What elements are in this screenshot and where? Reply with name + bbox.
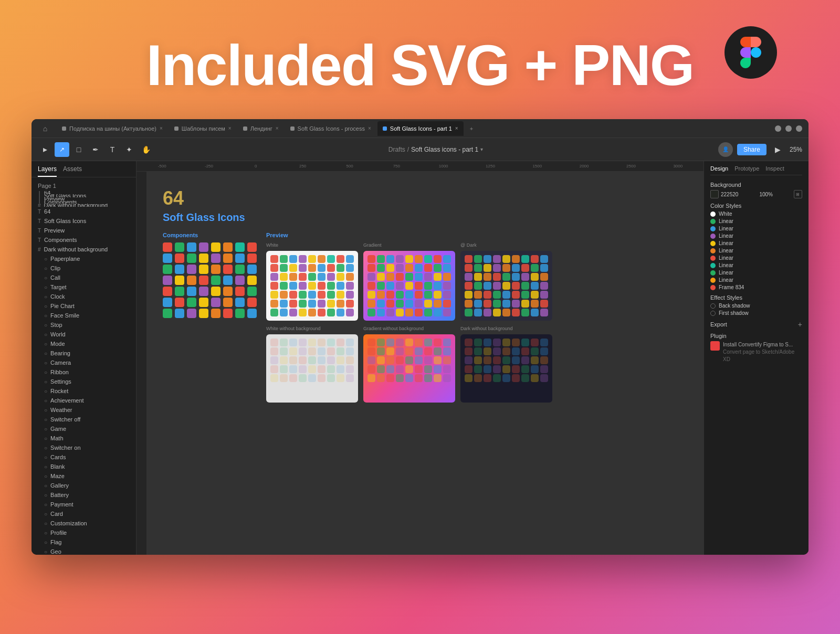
layer-item[interactable]: ○Achievement (32, 396, 136, 405)
icon-cell[interactable] (235, 309, 245, 318)
icon-cell[interactable] (235, 287, 245, 296)
icon-cell[interactable] (235, 242, 245, 252)
icon-cell[interactable] (424, 339, 432, 346)
icon-cell[interactable] (465, 273, 472, 281)
icon-cell[interactable] (270, 291, 278, 299)
maximize-button[interactable]: □ (785, 125, 792, 132)
icon-cell[interactable] (512, 374, 520, 382)
icon-cell[interactable] (443, 365, 451, 373)
icon-cell[interactable] (386, 300, 394, 308)
icon-cell[interactable] (377, 273, 385, 281)
icon-cell[interactable] (424, 282, 432, 290)
icon-cell[interactable] (211, 253, 220, 263)
color-style-item[interactable]: Linear (710, 255, 802, 261)
tab-add[interactable]: + (465, 121, 478, 136)
icon-cell[interactable] (396, 282, 404, 290)
icon-cell[interactable] (521, 365, 529, 373)
color-style-item[interactable]: Linear (710, 226, 802, 231)
layer-item[interactable]: ○Game (32, 424, 136, 434)
icon-cell[interactable] (512, 309, 520, 316)
icon-cell[interactable] (396, 264, 404, 272)
color-style-item[interactable]: Linear (710, 233, 802, 239)
icon-cell[interactable] (502, 347, 510, 355)
icon-cell[interactable] (465, 300, 472, 308)
icon-cell[interactable] (493, 347, 501, 355)
icon-cell[interactable] (368, 365, 375, 373)
icon-cell[interactable] (247, 309, 257, 318)
icon-cell[interactable] (270, 273, 278, 281)
icon-cell[interactable] (346, 300, 354, 308)
icon-cell[interactable] (377, 255, 385, 263)
icon-cell[interactable] (327, 264, 335, 272)
icon-cell[interactable] (337, 255, 344, 263)
icon-cell[interactable] (484, 339, 491, 346)
icon-cell[interactable] (540, 374, 548, 382)
icon-cell[interactable] (386, 356, 394, 364)
icon-cell[interactable] (175, 276, 184, 285)
icon-cell[interactable] (493, 291, 501, 299)
layer-item[interactable]: ○Profile (32, 528, 136, 537)
icon-cell[interactable] (434, 282, 442, 290)
icon-cell[interactable] (308, 255, 316, 263)
layer-item[interactable]: ○Payment (32, 500, 136, 509)
icon-cell[interactable] (512, 300, 520, 308)
layer-item[interactable]: ○Switcher on (32, 443, 136, 452)
icon-cell[interactable] (465, 365, 472, 373)
icon-cell[interactable] (512, 365, 520, 373)
layer-item[interactable]: TComponents (32, 235, 136, 245)
icon-cell[interactable] (163, 287, 172, 296)
icon-cell[interactable] (540, 291, 548, 299)
icon-cell[interactable] (443, 300, 451, 308)
icon-cell[interactable] (443, 273, 451, 281)
icon-cell[interactable] (405, 255, 413, 263)
icon-cell[interactable] (531, 282, 539, 290)
icon-cell[interactable] (531, 291, 539, 299)
icon-cell[interactable] (531, 255, 539, 263)
icon-cell[interactable] (368, 347, 375, 355)
frame-tool[interactable]: ↗ (55, 142, 69, 157)
icon-cell[interactable] (308, 291, 316, 299)
icon-cell[interactable] (327, 356, 335, 364)
icon-cell[interactable] (308, 339, 316, 346)
icon-cell[interactable] (270, 347, 278, 355)
icon-cell[interactable] (270, 300, 278, 308)
icon-cell[interactable] (434, 255, 442, 263)
icon-cell[interactable] (531, 365, 539, 373)
icon-cell[interactable] (540, 282, 548, 290)
inspect-tab[interactable]: Inspect (765, 165, 784, 172)
icon-cell[interactable] (199, 287, 208, 296)
icon-cell[interactable] (187, 276, 196, 285)
icon-cell[interactable] (346, 273, 354, 281)
icon-cell[interactable] (346, 365, 354, 373)
icon-cell[interactable] (199, 242, 208, 252)
layer-item[interactable]: ○Target (32, 282, 136, 292)
icon-cell[interactable] (308, 374, 316, 382)
layer-item[interactable]: ○Customization (32, 519, 136, 528)
icon-cell[interactable] (540, 264, 548, 272)
icon-cell[interactable] (415, 356, 423, 364)
icon-cell[interactable] (521, 309, 529, 316)
bg-color-swatch[interactable] (710, 190, 719, 198)
icon-cell[interactable] (415, 291, 423, 299)
bg-grid-icon[interactable]: ⊞ (794, 190, 802, 198)
effect-item[interactable]: Back shadow (710, 303, 802, 309)
tab-3[interactable]: Лендинг × (238, 121, 284, 136)
icon-cell[interactable] (493, 282, 501, 290)
color-style-item[interactable]: Frame 834 (710, 284, 802, 290)
icon-cell[interactable] (512, 255, 520, 263)
layers-tab[interactable]: Layers (38, 165, 57, 177)
move-tool[interactable]: ▸ (38, 142, 52, 157)
icon-cell[interactable] (235, 298, 245, 307)
present-button[interactable]: ▶ (771, 142, 785, 157)
icon-cell[interactable] (415, 300, 423, 308)
icon-cell[interactable] (474, 347, 482, 355)
icon-cell[interactable] (308, 309, 316, 316)
icon-cell[interactable] (521, 300, 529, 308)
icon-cell[interactable] (434, 365, 442, 373)
icon-cell[interactable] (415, 309, 423, 316)
icon-cell[interactable] (299, 264, 307, 272)
icon-cell[interactable] (327, 365, 335, 373)
icon-cell[interactable] (484, 300, 491, 308)
icon-cell[interactable] (415, 264, 423, 272)
icon-cell[interactable] (502, 309, 510, 316)
